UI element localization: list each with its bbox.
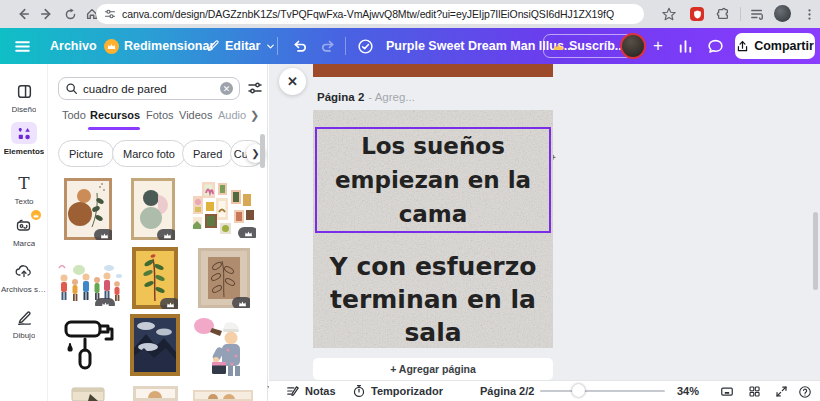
panel-scrollbar[interactable] bbox=[260, 134, 265, 168]
toolbar-divider bbox=[277, 37, 278, 55]
filter-settings-icon[interactable] bbox=[247, 80, 263, 96]
file-menu-button[interactable]: Archivo bbox=[50, 28, 97, 64]
undo-button[interactable] bbox=[292, 28, 308, 64]
thumbnail-paint-roller-outline[interactable] bbox=[58, 316, 120, 376]
draw-pen-icon bbox=[11, 306, 37, 328]
premium-crown-badge bbox=[31, 210, 41, 220]
text-icon: T bbox=[11, 172, 37, 194]
search-input[interactable] bbox=[83, 83, 215, 95]
quote-text-top[interactable]: Los sueños empiezan en la cama bbox=[335, 129, 531, 231]
sidebar-item-marca[interactable]: Marca bbox=[0, 214, 48, 248]
reading-list-icon[interactable] bbox=[748, 5, 766, 23]
tab-recursos[interactable]: Recursos bbox=[90, 109, 140, 121]
sidebar-item-elementos[interactable]: Elementos bbox=[0, 122, 48, 156]
notes-icon bbox=[286, 384, 300, 398]
notes-button[interactable]: Notas bbox=[286, 381, 336, 401]
clear-search-icon[interactable]: ✕ bbox=[220, 82, 233, 95]
chip-label: Picture bbox=[69, 148, 103, 160]
thumbnail-framed-abstract-shapes[interactable] bbox=[131, 178, 175, 240]
page-indicator-label: Página 2/2 bbox=[480, 385, 534, 397]
help-icon[interactable] bbox=[797, 384, 812, 399]
edit-menu-button[interactable]: Editar bbox=[206, 28, 276, 64]
page-title[interactable]: Página 2 bbox=[317, 91, 364, 103]
share-upload-icon bbox=[736, 40, 749, 53]
premium-crown-icon bbox=[104, 39, 119, 54]
workspace-scrollbar[interactable] bbox=[813, 212, 818, 290]
user-avatar[interactable] bbox=[620, 33, 646, 59]
add-page-button[interactable]: + Agregar página bbox=[313, 358, 553, 380]
thumbnail-painter-worker-illustration[interactable] bbox=[192, 314, 250, 376]
adblock-extension-icon[interactable] bbox=[690, 7, 704, 21]
chip-marco-foto[interactable]: Marco foto bbox=[112, 140, 186, 167]
site-settings-icon[interactable] bbox=[104, 8, 116, 20]
sidebar-item-dibujo[interactable]: Dibujo bbox=[0, 306, 48, 340]
sidebar-item-texto[interactable]: T Texto bbox=[0, 172, 48, 206]
tab-todo[interactable]: Todo bbox=[62, 109, 86, 121]
timer-icon bbox=[352, 384, 366, 398]
resize-button[interactable]: Redimensionar bbox=[104, 28, 214, 64]
resize-label: Redimensionar bbox=[124, 39, 214, 53]
status-bar: Notas Temporizador Página 2/2 34% bbox=[269, 380, 820, 401]
close-panel-button[interactable]: ✕ bbox=[279, 68, 306, 95]
thumbnail-children-playing-illustration[interactable] bbox=[57, 260, 123, 306]
zoom-level[interactable]: 34% bbox=[677, 381, 699, 401]
thumbnail-paint-can[interactable] bbox=[70, 386, 106, 401]
tab-fotos[interactable]: Fotos bbox=[146, 109, 174, 121]
chevron-down-icon bbox=[265, 41, 276, 52]
sidebar-item-archivos-subidos[interactable]: Archivos su... bbox=[0, 260, 48, 294]
tab-videos[interactable]: Videos bbox=[179, 109, 212, 121]
share-button[interactable]: Compartir bbox=[735, 33, 815, 59]
sidebar-label: Elementos bbox=[4, 147, 44, 156]
fullscreen-icon[interactable] bbox=[774, 384, 789, 399]
tab-audio[interactable]: Audio bbox=[218, 109, 246, 121]
search-box[interactable]: ✕ bbox=[58, 77, 240, 100]
sidebar-item-diseno[interactable]: Diseño bbox=[0, 80, 48, 114]
premium-crown-badge bbox=[95, 298, 115, 306]
premium-crown-badge bbox=[94, 229, 112, 240]
quote-text-bottom[interactable]: Y con esfuerzo terminan en la sala bbox=[315, 250, 551, 349]
tabs-more-chevron-icon[interactable]: ❯ bbox=[250, 109, 259, 122]
hamburger-menu-icon[interactable] bbox=[14, 28, 31, 64]
search-icon bbox=[65, 82, 78, 95]
address-bar[interactable]: canva.com/design/DAGZznbK1Zs/TvPQFqwFxa-… bbox=[96, 4, 644, 24]
cloud-save-status-icon[interactable] bbox=[357, 28, 374, 64]
plus-label: + bbox=[653, 36, 663, 56]
chip-pared[interactable]: Pared bbox=[182, 140, 233, 167]
sidebar-label: Archivos su... bbox=[1, 285, 47, 294]
bookmark-star-icon[interactable] bbox=[660, 5, 678, 23]
grid-view-icon[interactable] bbox=[747, 384, 762, 399]
insights-chart-icon[interactable] bbox=[677, 28, 694, 64]
thumbnail-beige-framed-line-leaves[interactable] bbox=[198, 248, 250, 308]
thumbnail-cream-landscape-frame[interactable] bbox=[193, 390, 253, 401]
page-1-bottom-edge[interactable] bbox=[313, 64, 553, 77]
page-title-placeholder[interactable]: - Agreg... bbox=[368, 91, 415, 103]
browser-reload-icon[interactable] bbox=[61, 5, 79, 23]
add-page-label: + Agregar página bbox=[390, 363, 476, 375]
pencil-icon bbox=[206, 39, 220, 53]
selected-text-box[interactable]: Los sueños empiezan en la cama bbox=[315, 127, 551, 233]
thumbnail-cream-frame-circle[interactable] bbox=[133, 386, 178, 401]
canvas-workspace: ✕ Página 2 - Agreg... bbox=[269, 64, 820, 401]
thumbnail-gold-framed-branch[interactable] bbox=[132, 247, 178, 309]
chip-picture[interactable]: Picture bbox=[58, 140, 114, 167]
presentation-view-icon[interactable] bbox=[719, 384, 734, 399]
extensions-puzzle-icon[interactable] bbox=[714, 5, 732, 23]
browser-back-icon[interactable] bbox=[14, 5, 32, 23]
zoom-slider-track[interactable] bbox=[540, 390, 665, 392]
premium-crown-badge bbox=[238, 227, 256, 238]
thumbnail-framed-night-mountains[interactable] bbox=[130, 314, 180, 376]
design-icon bbox=[11, 80, 37, 102]
redo-button[interactable] bbox=[320, 28, 336, 64]
zoom-slider-thumb[interactable] bbox=[572, 384, 585, 397]
comments-chat-icon[interactable] bbox=[707, 28, 724, 64]
browser-forward-icon[interactable] bbox=[38, 5, 56, 23]
timer-button[interactable]: Temporizador bbox=[352, 381, 443, 401]
text-box-bottom[interactable]: Y con esfuerzo terminan en la sala bbox=[315, 250, 551, 349]
thumbnail-framed-abstract-botanical[interactable] bbox=[64, 178, 112, 240]
thumbnail-gallery-wall-collage[interactable] bbox=[192, 180, 256, 238]
browser-menu-icon[interactable] bbox=[800, 5, 818, 23]
invite-plus-button[interactable]: + bbox=[653, 28, 663, 64]
subscribe-label: Suscríb... bbox=[569, 39, 625, 53]
chip-label: Marco foto bbox=[123, 148, 175, 160]
browser-profile-avatar[interactable] bbox=[774, 5, 791, 22]
